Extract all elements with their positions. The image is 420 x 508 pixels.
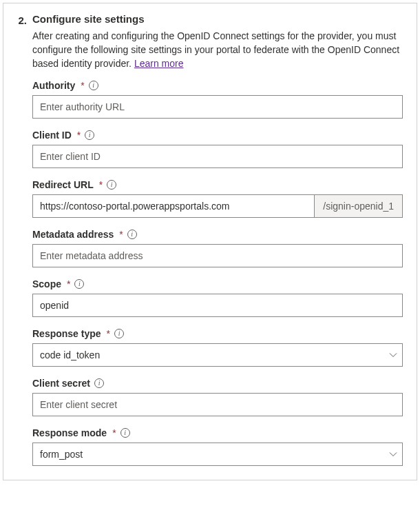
field-authority: Authority * i: [32, 80, 403, 119]
client-id-label: Client ID: [32, 130, 72, 141]
metadata-address-input[interactable]: [32, 244, 403, 267]
field-client-secret: Client secret i: [32, 378, 403, 416]
response-type-select[interactable]: code id_token: [32, 343, 403, 367]
authority-label: Authority: [32, 80, 75, 91]
client-secret-input[interactable]: [32, 393, 403, 416]
field-redirect-url: Redirect URL * i /signin-openid_1: [32, 179, 403, 218]
redirect-url-input[interactable]: [32, 194, 314, 218]
metadata-address-label: Metadata address: [32, 229, 114, 240]
configure-site-settings-panel: 2. Configure site settings After creatin…: [3, 3, 417, 480]
field-response-mode: Response mode * i form_post: [32, 427, 403, 466]
field-response-type: Response type * i code id_token: [32, 328, 403, 367]
required-indicator: *: [81, 80, 84, 91]
step-description: After creating and configuring the OpenI…: [32, 29, 403, 70]
field-scope: Scope * i: [32, 278, 403, 317]
info-icon[interactable]: i: [127, 230, 137, 239]
info-icon[interactable]: i: [94, 378, 104, 388]
required-indicator: *: [107, 328, 110, 339]
response-type-label: Response type: [32, 328, 101, 339]
info-icon[interactable]: i: [89, 81, 98, 90]
client-secret-label: Client secret: [32, 378, 90, 389]
response-mode-label: Response mode: [32, 427, 107, 438]
learn-more-link[interactable]: Learn more: [134, 58, 184, 69]
client-id-input[interactable]: [32, 145, 403, 168]
authority-input[interactable]: [32, 95, 403, 119]
step-number: 2.: [17, 13, 27, 467]
redirect-url-suffix: /signin-openid_1: [314, 194, 403, 218]
required-indicator: *: [99, 179, 103, 190]
info-icon[interactable]: i: [85, 130, 94, 140]
required-indicator: *: [67, 278, 70, 289]
step-title: Configure site settings: [32, 13, 403, 25]
required-indicator: *: [119, 229, 123, 240]
info-icon[interactable]: i: [74, 279, 84, 289]
required-indicator: *: [77, 130, 81, 141]
field-client-id: Client ID * i: [32, 130, 403, 168]
response-mode-select[interactable]: form_post: [32, 443, 403, 466]
info-icon[interactable]: i: [107, 180, 116, 190]
redirect-url-label: Redirect URL: [32, 179, 94, 190]
scope-input[interactable]: [32, 294, 403, 317]
info-icon[interactable]: i: [114, 329, 124, 338]
scope-label: Scope: [32, 278, 61, 289]
field-metadata-address: Metadata address * i: [32, 229, 403, 267]
info-icon[interactable]: i: [120, 428, 130, 438]
required-indicator: *: [112, 427, 116, 438]
